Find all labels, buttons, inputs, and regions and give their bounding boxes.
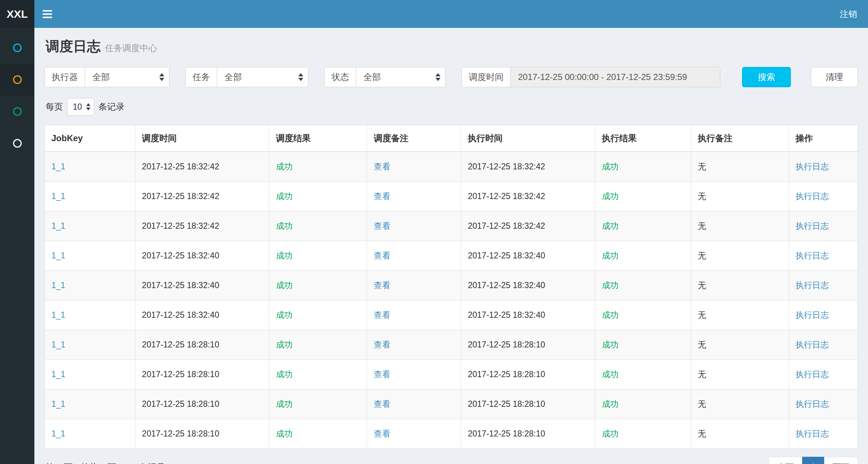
handle-result-text: 成功 <box>602 310 619 320</box>
action-cell: 执行日志 <box>789 241 858 271</box>
jobkey-cell: 1_1 <box>45 419 135 449</box>
handle-msg-cell: 无 <box>691 300 789 330</box>
trigger-result-text: 成功 <box>276 191 292 201</box>
handle-time-cell: 2017-12-25 18:32:40 <box>461 271 595 300</box>
trigger-result-cell: 成功 <box>269 152 367 182</box>
trigger-msg-cell: 查看 <box>367 211 461 241</box>
log-table-row: 1_1 2017-12-25 18:32:40 成功 查看 2017-12-25… <box>45 300 858 330</box>
status-filter-select[interactable]: 全部 <box>356 67 445 87</box>
sidebar-menu <box>0 28 34 159</box>
jobkey-link[interactable]: 1_1 <box>51 221 65 231</box>
search-button[interactable]: 搜索 <box>742 67 791 87</box>
select-arrows-icon <box>298 73 303 81</box>
current-page-button[interactable]: 1 <box>802 457 824 464</box>
handle-result-cell: 成功 <box>595 211 691 241</box>
exec-log-link[interactable]: 执行日志 <box>796 280 829 290</box>
handle-msg-cell: 无 <box>691 330 789 360</box>
status-filter-value: 全部 <box>363 71 381 83</box>
jobkey-link[interactable]: 1_1 <box>51 310 65 320</box>
handle-result-cell: 成功 <box>595 389 691 419</box>
trigger-msg-link[interactable]: 查看 <box>374 340 390 349</box>
exec-log-link[interactable]: 执行日志 <box>796 162 829 171</box>
trigger-msg-link[interactable]: 查看 <box>374 310 390 320</box>
trigger-time-filter-group: 调度时间 2017-12-25 00:00:00 - 2017-12-25 23… <box>462 67 720 87</box>
handle-result-cell: 成功 <box>595 271 691 300</box>
app-logo[interactable]: XXL <box>0 0 34 28</box>
handle-msg-cell: 无 <box>691 182 789 211</box>
log-table: JobKey 调度时间 调度结果 调度备注 执行时间 执行结果 执行备注 操作 … <box>45 125 858 449</box>
trigger-msg-link[interactable]: 查看 <box>374 221 390 231</box>
trigger-result-text: 成功 <box>276 340 292 349</box>
exec-log-link[interactable]: 执行日志 <box>796 251 829 260</box>
job-log-circle-icon <box>13 75 22 84</box>
log-table-row: 1_1 2017-12-25 18:32:40 成功 查看 2017-12-25… <box>45 241 858 271</box>
exec-log-link[interactable]: 执行日志 <box>796 191 829 201</box>
exec-log-link[interactable]: 执行日志 <box>796 399 829 409</box>
trigger-result-text: 成功 <box>276 370 292 379</box>
log-table-row: 1_1 2017-12-25 18:28:10 成功 查看 2017-12-25… <box>45 389 858 419</box>
job-filter-select[interactable]: 全部 <box>217 67 308 87</box>
page-size-prefix: 每页 <box>46 101 63 113</box>
exec-log-link[interactable]: 执行日志 <box>796 221 829 231</box>
exec-log-link[interactable]: 执行日志 <box>796 429 829 438</box>
trigger-msg-link[interactable]: 查看 <box>374 191 390 201</box>
jobkey-link[interactable]: 1_1 <box>51 251 65 260</box>
trigger-msg-link[interactable]: 查看 <box>374 370 390 379</box>
clear-button[interactable]: 清理 <box>811 67 858 87</box>
action-cell: 执行日志 <box>789 389 858 419</box>
log-table-row: 1_1 2017-12-25 18:28:10 成功 查看 2017-12-25… <box>45 419 858 449</box>
trigger-time-cell: 2017-12-25 18:32:42 <box>135 211 269 241</box>
handle-time-cell: 2017-12-25 18:32:42 <box>461 152 595 182</box>
jobkey-link[interactable]: 1_1 <box>51 399 65 409</box>
next-page-button[interactable]: 下页 <box>824 457 858 464</box>
jobkey-cell: 1_1 <box>45 241 135 271</box>
log-table-row: 1_1 2017-12-25 18:28:10 成功 查看 2017-12-25… <box>45 360 858 389</box>
handle-result-cell: 成功 <box>595 330 691 360</box>
trigger-msg-link[interactable]: 查看 <box>374 399 390 409</box>
jobkey-link[interactable]: 1_1 <box>51 429 65 438</box>
handle-time-cell: 2017-12-25 18:28:10 <box>461 419 595 449</box>
jobkey-link[interactable]: 1_1 <box>51 340 65 349</box>
handle-result-cell: 成功 <box>595 182 691 211</box>
handle-result-text: 成功 <box>602 191 619 201</box>
handle-time-cell: 2017-12-25 18:28:10 <box>461 360 595 389</box>
trigger-time-cell: 2017-12-25 18:28:10 <box>135 389 269 419</box>
status-filter-label: 状态 <box>325 67 356 87</box>
exec-log-link[interactable]: 执行日志 <box>796 340 829 349</box>
trigger-msg-link[interactable]: 查看 <box>374 251 390 260</box>
col-header-trigger-msg: 调度备注 <box>367 125 461 152</box>
sidebar-toggle-button[interactable] <box>34 0 60 28</box>
trigger-msg-link[interactable]: 查看 <box>374 280 390 290</box>
logout-link[interactable]: 注销 <box>829 0 868 28</box>
sidebar-item-job-manage[interactable] <box>0 96 34 127</box>
trigger-msg-link[interactable]: 查看 <box>374 429 390 438</box>
sidebar-item-dashboard[interactable] <box>0 32 34 64</box>
handle-result-cell: 成功 <box>595 300 691 330</box>
col-header-trigger-result: 调度结果 <box>269 125 367 152</box>
exec-log-link[interactable]: 执行日志 <box>796 310 829 320</box>
trigger-time-range-input[interactable]: 2017-12-25 00:00:00 - 2017-12-25 23:59:5… <box>511 67 720 87</box>
prev-page-button[interactable]: 上页 <box>768 457 802 464</box>
jobkey-cell: 1_1 <box>45 182 135 211</box>
trigger-time-cell: 2017-12-25 18:28:10 <box>135 360 269 389</box>
jobkey-link[interactable]: 1_1 <box>51 191 65 201</box>
trigger-result-cell: 成功 <box>269 389 367 419</box>
top-navbar: XXL 注销 <box>0 0 868 28</box>
executor-filter-select[interactable]: 全部 <box>85 67 169 87</box>
page-size-select[interactable]: 10 <box>67 98 94 115</box>
trigger-msg-cell: 查看 <box>367 182 461 211</box>
log-table-row: 1_1 2017-12-25 18:32:42 成功 查看 2017-12-25… <box>45 182 858 211</box>
jobkey-link[interactable]: 1_1 <box>51 280 65 290</box>
handle-result-cell: 成功 <box>595 360 691 389</box>
sidebar-item-job-log[interactable] <box>0 64 34 96</box>
handle-time-cell: 2017-12-25 18:32:42 <box>461 182 595 211</box>
jobkey-link[interactable]: 1_1 <box>51 370 65 379</box>
handle-msg-cell: 无 <box>691 211 789 241</box>
handle-time-cell: 2017-12-25 18:28:10 <box>461 330 595 360</box>
sidebar-item-executor-manage[interactable] <box>0 127 34 159</box>
trigger-msg-link[interactable]: 查看 <box>374 162 390 171</box>
exec-log-link[interactable]: 执行日志 <box>796 370 829 379</box>
trigger-result-cell: 成功 <box>269 271 367 300</box>
jobkey-link[interactable]: 1_1 <box>51 162 65 171</box>
page-size-bar: 每页 10 条记录 <box>45 98 858 115</box>
